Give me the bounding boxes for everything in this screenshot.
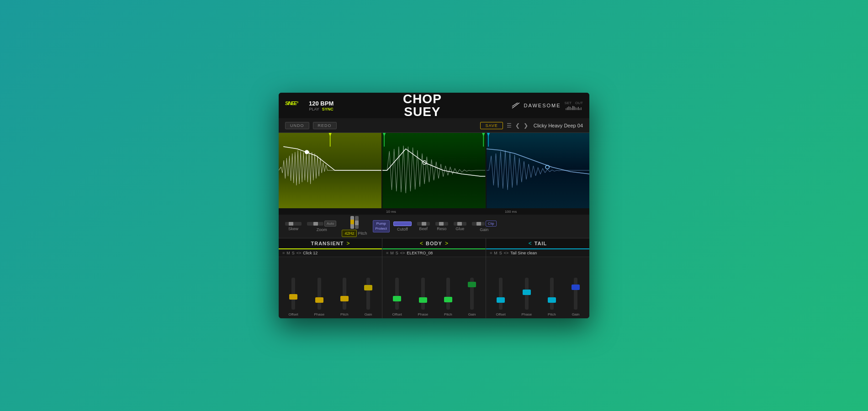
header: SINEE° 120 BPM PLAY SYNC CHOP SUEY DAWES… [279,93,589,118]
transient-nav[interactable]: <> [296,251,302,255]
reso-thumb[interactable] [439,222,444,226]
zoom-slider[interactable] [307,222,323,226]
tail-gain-fader: Gain [572,278,580,316]
gain-label: Gain [480,227,488,232]
auto-button[interactable]: Auto [324,221,336,227]
body-arrow-left[interactable]: < [420,240,423,247]
tail-gain-track[interactable] [574,278,577,310]
beef-control: Beef [417,222,430,231]
beef-slider[interactable] [417,222,430,226]
play-button[interactable]: PLAY [309,107,319,111]
volume-display: SET OUT [565,101,583,110]
body-offset-fader: Offset [392,278,402,316]
transient-menu-icon[interactable]: ≡ [282,251,285,255]
pump-protect-control[interactable]: PumpProtect [373,220,390,232]
body-arrow-right[interactable]: > [445,240,448,247]
tail-solo[interactable]: S [499,251,502,255]
body-offset-track[interactable] [395,278,399,310]
bpm-value[interactable]: 120 BPM [309,100,333,107]
body-phase-track[interactable] [421,278,425,310]
body-pitch-thumb[interactable] [444,297,452,302]
body-pitch-track[interactable] [446,278,450,310]
transient-phase-label: Phase [314,312,324,316]
glue-slider[interactable] [454,222,466,226]
transient-gain-label: Gain [365,312,372,316]
tail-menu-icon[interactable]: ≡ [490,251,492,255]
transient-pitch-track[interactable] [343,278,346,310]
transient-gain-track[interactable] [366,278,370,310]
transient-phase-track[interactable] [318,278,321,310]
body-pitch-label: Pitch [444,312,452,316]
tail-phase-thumb[interactable] [523,290,531,295]
body-waveform [382,133,485,208]
body-offset-thumb[interactable] [393,296,401,301]
body-solo[interactable]: S [396,251,398,255]
body-nav[interactable]: <> [400,251,405,255]
body-gain-thumb[interactable] [468,282,476,287]
plugin-window: SINEE° 120 BPM PLAY SYNC CHOP SUEY DAWES… [279,93,589,318]
body-mute[interactable]: M [390,251,394,255]
tail-phase-label: Phase [521,312,532,316]
transient-solo[interactable]: S [292,251,295,255]
pitch-fader-v[interactable] [355,216,359,229]
body-subheader: ≡ M S <> ELEKTRO_08 [382,249,486,257]
cutoff-display[interactable] [393,221,412,226]
body-gain-track[interactable] [470,278,474,310]
toolbar: UNDO REDO SAVE ☰ ❮ ❯ Clicky Heavy Deep 0… [279,118,589,133]
nav-prev-icon[interactable]: ❮ [515,122,520,129]
beef-thumb[interactable] [422,222,426,226]
transient-waveform-svg [279,133,381,208]
transient-pitch-fader: Pitch [340,278,349,316]
transient-header: TRANSIENT > [279,238,382,249]
gain-thumb[interactable] [476,222,481,226]
body-title: BODY [426,241,442,246]
gain-slider[interactable] [472,222,485,226]
tail-phase-fader: Phase [521,278,532,316]
tail-pitch-thumb[interactable] [548,297,556,303]
freq-fader[interactable] [350,216,354,229]
clip-button[interactable]: Clip [486,221,497,227]
reso-slider[interactable] [435,222,448,226]
tail-arrow-left[interactable]: < [529,240,532,247]
tail-panel: < TAIL ≡ M S <> Tail Sine clean Offset [486,238,589,318]
pitch-fader-thumb[interactable] [355,221,359,225]
tail-gain-thumb[interactable] [572,285,580,290]
transient-gain-thumb[interactable] [364,285,372,290]
transient-arrow-right[interactable]: > [346,240,349,247]
skew-label: Skew [288,227,298,231]
tail-offset-track[interactable] [499,278,503,310]
tail-phase-track[interactable] [525,278,529,310]
tail-pitch-track[interactable] [550,278,554,310]
skew-slider[interactable] [285,222,302,226]
save-button[interactable]: SAVE [480,122,503,129]
transient-offset-track[interactable] [291,278,295,310]
redo-button[interactable]: REDO [313,122,337,129]
reso-label: Reso [437,227,446,231]
tail-waveform [487,133,589,208]
dawesome-icon [511,101,520,110]
tail-offset-thumb[interactable] [497,297,505,303]
body-phase-thumb[interactable] [419,297,427,303]
tail-mute[interactable]: M [494,251,498,255]
skew-thumb[interactable] [289,222,293,226]
menu-icon[interactable]: ☰ [507,122,512,129]
glue-thumb[interactable] [457,222,462,226]
controls-row: Skew Auto Zoom [279,215,589,238]
transient-offset-thumb[interactable] [289,294,297,300]
tail-pitch-fader: Pitch [548,278,556,316]
freq-fader-thumb[interactable] [350,220,354,224]
zoom-thumb[interactable] [313,222,318,226]
tail-offset-fader: Offset [496,278,505,316]
transient-mute[interactable]: M [286,251,290,255]
sync-button[interactable]: SYNC [322,107,333,111]
undo-button[interactable]: UNDO [285,122,309,129]
tail-pitch-label: Pitch [548,312,556,316]
tail-nav[interactable]: <> [504,251,509,255]
body-panel: < BODY > ≡ M S <> ELEKTRO_08 Offset [382,238,486,318]
nav-next-icon[interactable]: ❯ [524,122,528,129]
skew-control: Skew [285,222,302,231]
transient-pitch-thumb[interactable] [340,296,349,301]
envelope-handle[interactable] [305,150,308,154]
body-menu-icon[interactable]: ≡ [386,251,388,255]
transient-phase-thumb[interactable] [315,297,323,303]
